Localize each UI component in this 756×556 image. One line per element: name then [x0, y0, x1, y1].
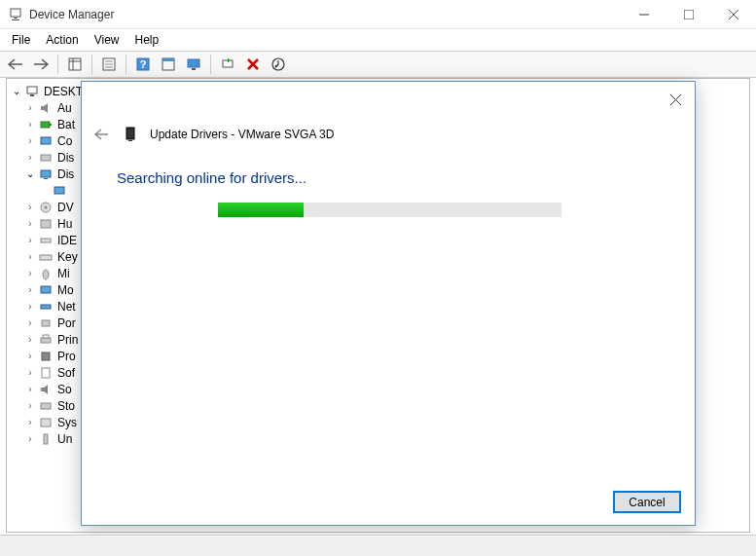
app-icon [8, 7, 23, 22]
svg-rect-24 [27, 87, 37, 93]
svg-rect-31 [44, 178, 48, 179]
svg-rect-44 [42, 352, 50, 360]
tree-label: Dis [57, 167, 74, 181]
chevron-right-icon[interactable]: › [22, 384, 38, 394]
tree-label: Au [57, 101, 72, 115]
minimize-button[interactable] [622, 0, 666, 29]
titlebar: Device Manager [0, 0, 756, 29]
svg-rect-28 [41, 137, 51, 144]
mouse-icon [38, 266, 54, 281]
progress-fill [218, 203, 304, 217]
svg-rect-36 [41, 239, 51, 242]
close-button[interactable] [711, 0, 756, 29]
chevron-right-icon[interactable]: › [22, 202, 38, 212]
chevron-right-icon[interactable]: › [22, 317, 38, 328]
tree-label: Mo [57, 283, 74, 297]
chevron-right-icon[interactable]: › [22, 284, 38, 295]
keyboard-icon [38, 249, 54, 265]
svg-text:?: ? [140, 58, 147, 70]
back-arrow-icon[interactable] [91, 125, 111, 144]
svg-rect-52 [128, 140, 132, 141]
display-icon [38, 167, 54, 182]
chevron-right-icon[interactable]: › [22, 251, 38, 262]
svg-rect-35 [41, 220, 51, 228]
update-drivers-dialog: Update Drivers - VMware SVGA 3D Searchin… [81, 81, 696, 526]
chevron-right-icon[interactable]: › [22, 301, 38, 312]
toolbar-separator [91, 55, 92, 74]
uninstall-button[interactable] [241, 54, 265, 75]
menu-action[interactable]: Action [38, 31, 86, 49]
chevron-right-icon[interactable]: › [22, 152, 38, 163]
chevron-right-icon[interactable]: › [22, 334, 38, 345]
sound-icon [38, 382, 54, 397]
dialog-status-text: Searching online for drivers... [117, 169, 660, 186]
dialog-close-button[interactable] [664, 88, 687, 111]
svg-rect-30 [41, 170, 51, 177]
forward-button[interactable] [29, 54, 53, 75]
menu-view[interactable]: View [87, 31, 127, 49]
svg-rect-42 [41, 338, 51, 343]
chevron-right-icon[interactable]: › [22, 135, 38, 146]
svg-rect-19 [192, 68, 196, 70]
help-button[interactable]: ? [131, 54, 155, 75]
battery-icon [38, 117, 54, 132]
toolbar-separator [210, 55, 211, 74]
chevron-right-icon[interactable]: › [22, 417, 38, 427]
svg-rect-45 [42, 368, 50, 378]
update-driver-button[interactable] [267, 54, 290, 75]
maximize-button[interactable] [666, 0, 711, 29]
svg-rect-27 [50, 124, 52, 126]
chevron-down-icon[interactable]: ⌄ [22, 168, 38, 179]
chevron-right-icon[interactable]: › [22, 119, 38, 130]
window-title: Device Manager [29, 8, 622, 21]
properties-button[interactable] [97, 54, 121, 75]
menu-help[interactable]: Help [127, 31, 167, 49]
scan-hardware-button[interactable] [216, 54, 239, 75]
svg-rect-39 [41, 286, 51, 293]
device-icon [123, 127, 138, 142]
chevron-right-icon[interactable]: › [22, 400, 38, 411]
menubar: File Action View Help [0, 29, 756, 51]
tree-label: Prin [57, 333, 78, 347]
menu-file[interactable]: File [4, 31, 38, 49]
svg-rect-32 [54, 187, 64, 194]
chevron-right-icon[interactable]: › [22, 351, 38, 361]
action-button[interactable] [157, 54, 180, 75]
toolbar-separator [57, 55, 58, 74]
cancel-button[interactable]: Cancel [613, 491, 681, 513]
window-controls [622, 0, 756, 29]
dvd-icon [38, 200, 54, 215]
back-button[interactable] [4, 54, 27, 75]
tree-label: Bat [57, 118, 75, 131]
computer-icon [24, 84, 40, 99]
show-hide-tree-button[interactable] [63, 54, 87, 75]
chevron-right-icon[interactable]: › [22, 235, 38, 245]
processor-icon [38, 349, 54, 364]
chevron-down-icon[interactable]: ⌄ [9, 86, 24, 96]
statusbar [0, 535, 756, 556]
dialog-title: Update Drivers - VMware SVGA 3D [150, 128, 334, 141]
chevron-right-icon[interactable]: › [22, 102, 38, 113]
svg-rect-46 [41, 403, 51, 409]
chevron-right-icon[interactable]: › [22, 268, 38, 278]
display-adapter-icon [52, 183, 67, 199]
chevron-right-icon[interactable]: › [22, 367, 38, 378]
tree-label: Sto [57, 399, 75, 413]
speaker-icon [38, 100, 54, 116]
tree-label: So [57, 383, 72, 396]
tree-label: Hu [57, 217, 72, 231]
storage-icon [38, 398, 54, 414]
svg-rect-47 [41, 419, 51, 426]
tree-label: Sof [57, 366, 75, 380]
svg-rect-48 [44, 434, 48, 444]
monitor-button[interactable] [182, 54, 205, 75]
toolbar-separator [126, 55, 126, 74]
tree-label: IDE [57, 234, 77, 247]
svg-rect-2 [12, 19, 19, 20]
chevron-right-icon[interactable]: › [22, 433, 38, 444]
chevron-right-icon[interactable]: › [22, 218, 38, 229]
svg-rect-40 [41, 305, 51, 309]
tree-label: Net [57, 300, 76, 314]
port-icon [38, 315, 54, 331]
dialog-body: Searching online for drivers... [117, 169, 660, 186]
